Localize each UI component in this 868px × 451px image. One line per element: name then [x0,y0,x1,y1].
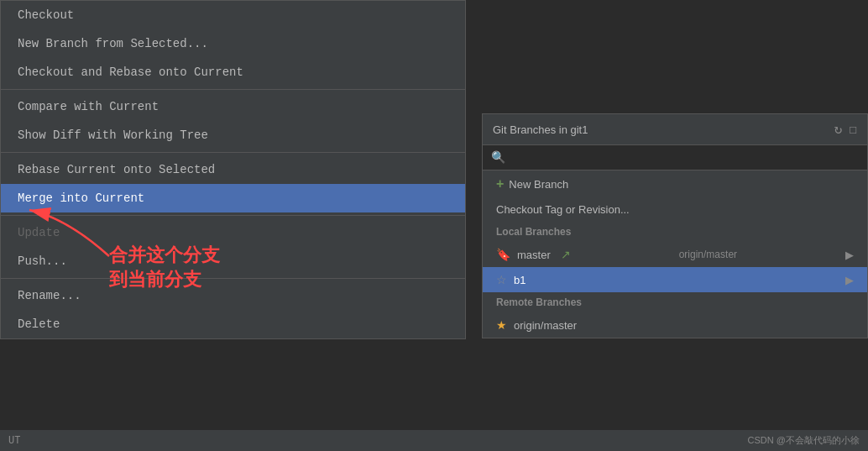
rename-item[interactable]: Rename... [1,281,465,310]
tag-icon-master: 🔖 [496,248,510,261]
annotation-line2: 到当前分支 [109,268,220,292]
checkout-item[interactable]: Checkout [1,1,465,29]
divider-1 [1,89,465,90]
search-box: 🔍 [483,145,867,170]
star-outline-icon-b1: ☆ [496,273,507,286]
master-branch-item[interactable]: 🔖 master ↗ origin/master ▶ [483,242,867,267]
b1-branch-name: b1 [514,274,526,286]
git-branches-panel: Git Branches in git1 ↻ ☐ 🔍 + New Branch … [482,113,868,338]
chevron-right-icon-master: ▶ [845,249,854,261]
plus-icon: + [496,176,504,191]
remote-branches-header: Remote Branches [483,292,867,312]
search-icon: 🔍 [491,150,505,165]
arrow-up-icon: ↗ [561,248,571,261]
delete-item[interactable]: Delete [1,310,465,338]
panel-icons: ↻ ☐ [834,121,857,138]
show-diff-item[interactable]: Show Diff with Working Tree [1,121,465,149]
annotation: 合并这个分支 到当前分支 [109,244,220,291]
bottom-bar-text: UT [8,435,20,447]
context-menu: Checkout New Branch from Selected... Che… [0,0,466,339]
divider-2 [1,152,465,153]
search-input[interactable] [512,151,859,164]
origin-master-branch-name: origin/master [514,319,577,332]
checkout-rebase-item[interactable]: Checkout and Rebase onto Current [1,58,465,87]
new-branch-label: New Branch [509,178,568,191]
checkout-tag-item[interactable]: Checkout Tag or Revision... [483,197,867,222]
new-branch-button[interactable]: + New Branch [483,170,867,197]
annotation-arrow [17,202,118,260]
star-icon-origin: ★ [496,318,507,332]
chevron-right-icon-b1: ▶ [845,274,854,286]
panel-header: Git Branches in git1 ↻ ☐ [483,114,867,145]
master-remote-text: origin/master [679,249,737,260]
divider-4 [1,278,465,279]
checkout-tag-label: Checkout Tag or Revision... [496,203,630,216]
annotation-line1: 合并这个分支 [109,244,220,268]
bottom-bar: UT [0,430,868,451]
settings-icon[interactable]: ☐ [849,121,857,138]
refresh-icon[interactable]: ↻ [834,121,843,138]
panel-title: Git Branches in git1 [493,123,588,136]
origin-master-branch-item[interactable]: ★ origin/master [483,312,867,338]
master-branch-name: master [517,249,551,261]
new-branch-from-selected-item[interactable]: New Branch from Selected... [1,29,465,58]
local-branches-header: Local Branches [483,222,867,242]
rebase-onto-selected-item[interactable]: Rebase Current onto Selected [1,155,465,184]
b1-branch-item[interactable]: ☆ b1 ▶ [483,267,867,292]
watermark: CSDN @不会敲代码的小徐 [748,434,860,447]
compare-current-item[interactable]: Compare with Current [1,92,465,121]
